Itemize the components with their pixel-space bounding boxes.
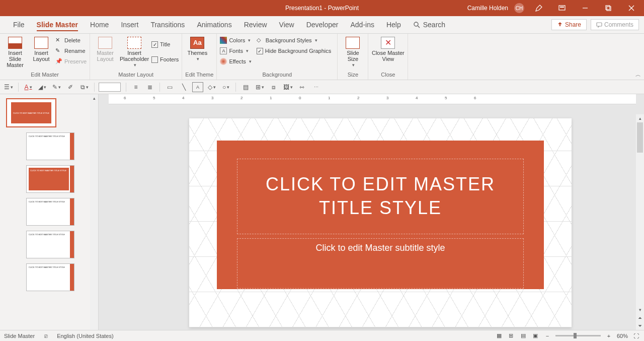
shape-circle-button[interactable]: ○▾ (220, 82, 231, 92)
close-button[interactable] (623, 0, 640, 16)
checkmark-icon: ✓ (257, 48, 263, 54)
comments-button[interactable]: Comments (591, 19, 639, 30)
scroll-up-icon[interactable]: ▴ (90, 94, 98, 102)
zoom-out-button[interactable]: − (543, 332, 551, 340)
scroll-down-icon[interactable]: ▾ (636, 306, 644, 314)
font-color-button[interactable]: A▾ (23, 82, 34, 92)
minimize-button[interactable] (577, 0, 594, 16)
insert-placeholder-button[interactable]: Insert Placeholder ▾ (119, 36, 149, 68)
tab-insert[interactable]: Insert (115, 16, 144, 33)
svg-rect-4 (607, 7, 611, 11)
prev-slide-icon[interactable]: ⏶ (636, 314, 644, 322)
tab-home[interactable]: Home (84, 16, 115, 33)
delete-label: Delete (64, 37, 80, 43)
maximize-button[interactable] (600, 0, 617, 16)
fonts-button[interactable]: AFonts▾ (220, 46, 251, 55)
layout-thumbnail[interactable]: CLICK TO EDIT MASTER TITLE STYLE (26, 231, 74, 258)
zoom-slider-knob[interactable] (574, 333, 577, 338)
chart-button[interactable]: ▤ (240, 82, 251, 92)
chevron-down-icon: ▾ (134, 63, 136, 68)
tab-search[interactable]: Search (407, 16, 451, 33)
display-options-icon[interactable] (553, 0, 571, 16)
layout-thumbnail[interactable]: CLICK TO EDIT MASTER TITLE STYLE (26, 165, 74, 193)
themes-button[interactable]: Aa Themes ▾ (185, 36, 209, 62)
eyedropper-button[interactable]: ✐ (65, 82, 76, 92)
slide-master-canvas[interactable]: Click to edit Master title style Click t… (189, 118, 572, 327)
comments-label: Comments (604, 21, 633, 28)
layout-thumbnail[interactable]: CLICK TO EDIT MASTER TITLE STYLE (26, 132, 74, 160)
master-layout-icon (98, 37, 112, 49)
shape-rect-button[interactable]: ▭ (164, 82, 175, 92)
normal-view-icon[interactable]: ▦ (495, 332, 503, 340)
close-master-view-button[interactable]: ✕ Close Master View (371, 36, 405, 62)
table-button[interactable]: ⊞▾ (254, 82, 265, 92)
tab-view[interactable]: View (273, 16, 300, 33)
picture-button[interactable]: 🖼▾ (282, 82, 293, 92)
fit-to-window-icon[interactable]: ⛶ (632, 332, 640, 340)
title-label: Title (160, 41, 170, 47)
preserve-button[interactable]: 📌Preserve (55, 57, 87, 66)
align-center-button[interactable]: ≣ (144, 82, 155, 92)
align-left-button[interactable]: ≡ (130, 82, 141, 92)
scroll-thumb[interactable] (637, 122, 643, 153)
tab-help[interactable]: Help (380, 16, 407, 33)
layout-thumbnail[interactable]: CLICK TO EDIT MASTER TITLE STYLE (26, 198, 74, 226)
tab-addins[interactable]: Add-ins (344, 16, 380, 33)
tab-file[interactable]: File (7, 16, 31, 33)
delete-button[interactable]: ✕Delete (55, 36, 87, 45)
textbox-button[interactable]: A (192, 82, 203, 92)
title-checkbox[interactable]: ✓Title (151, 40, 179, 49)
fill-color-button[interactable]: ◢▾ (37, 82, 48, 92)
zoom-level[interactable]: 60% (617, 333, 628, 339)
color-swatch[interactable] (99, 83, 121, 92)
tab-transitions[interactable]: Transitions (144, 16, 191, 33)
reading-view-icon[interactable]: ▤ (519, 332, 527, 340)
slide-sorter-icon[interactable]: ⊞ (507, 332, 515, 340)
layout-thumbnail[interactable]: CLICK TO EDIT MASTER TITLE STYLE (26, 263, 74, 291)
master-subtitle-placeholder[interactable]: Click to edit Master subtitle style (237, 238, 524, 289)
distribute-button[interactable]: ⇿ (296, 82, 307, 92)
tab-review[interactable]: Review (238, 16, 273, 33)
thumbnail-accent (70, 133, 74, 160)
effects-button[interactable]: Effects▾ (220, 57, 251, 66)
shapes-button[interactable]: ◇▾ (206, 82, 217, 92)
master-title-placeholder[interactable]: Click to edit Master title style (237, 159, 524, 234)
colors-button[interactable]: Colors▾ (220, 36, 251, 45)
collapse-ribbon-button[interactable]: ︿ (635, 71, 641, 79)
scroll-up-icon[interactable]: ▴ (636, 114, 644, 122)
rename-button[interactable]: ✎Rename (55, 46, 87, 55)
user-name[interactable]: Camille Holden (467, 5, 508, 12)
zoom-in-button[interactable]: + (605, 332, 613, 340)
chevron-down-icon: ▾ (248, 38, 251, 43)
pen-icon[interactable] (530, 0, 547, 16)
user-avatar[interactable]: CH (514, 3, 524, 13)
arrange-button[interactable]: ⧉▾ (79, 82, 90, 92)
tab-animations[interactable]: Animations (191, 16, 237, 33)
more-button[interactable]: ⋯ (310, 82, 321, 92)
bg-styles-button[interactable]: ◇Background Styles▾ (257, 36, 331, 45)
shape-line-button[interactable]: ╲ (178, 82, 189, 92)
slideshow-icon[interactable]: ▣ (531, 332, 539, 340)
zoom-slider[interactable] (555, 335, 601, 336)
align-button[interactable]: ☰▾ (3, 82, 14, 92)
svg-rect-1 (560, 7, 564, 8)
hide-bg-checkbox[interactable]: ✓Hide Background Graphics (257, 46, 331, 55)
insert-slide-master-button[interactable]: Insert Slide Master (3, 36, 27, 68)
status-language[interactable]: English (United States) (57, 333, 114, 339)
canvas-scrollbar[interactable]: ▴ ▾ ⏶ ⏷ (636, 114, 644, 330)
themes-label: Themes (187, 50, 207, 56)
thumbnail-scrollbar[interactable]: ▴ (90, 94, 98, 330)
slide-size-button[interactable]: Slide Size ▾ (341, 36, 365, 68)
next-slide-icon[interactable]: ⏷ (636, 322, 644, 330)
accessibility-icon[interactable]: ⎚ (42, 332, 50, 340)
bg-styles-icon: ◇ (257, 37, 264, 44)
share-button[interactable]: Share (551, 19, 587, 30)
insert-layout-button[interactable]: Insert Layout (29, 36, 53, 62)
slide-master-thumbnail[interactable]: CLICK TO EDIT MASTER TITLE STYLE (6, 98, 56, 127)
tab-developer[interactable]: Developer (300, 16, 345, 33)
tab-slide-master[interactable]: Slide Master (31, 16, 84, 33)
horizontal-ruler: 6543210123456 (109, 94, 636, 104)
footers-checkbox[interactable]: Footers (151, 55, 179, 64)
outline-button[interactable]: ✎▾ (51, 82, 62, 92)
crop-button[interactable]: ⧈ (268, 82, 279, 92)
